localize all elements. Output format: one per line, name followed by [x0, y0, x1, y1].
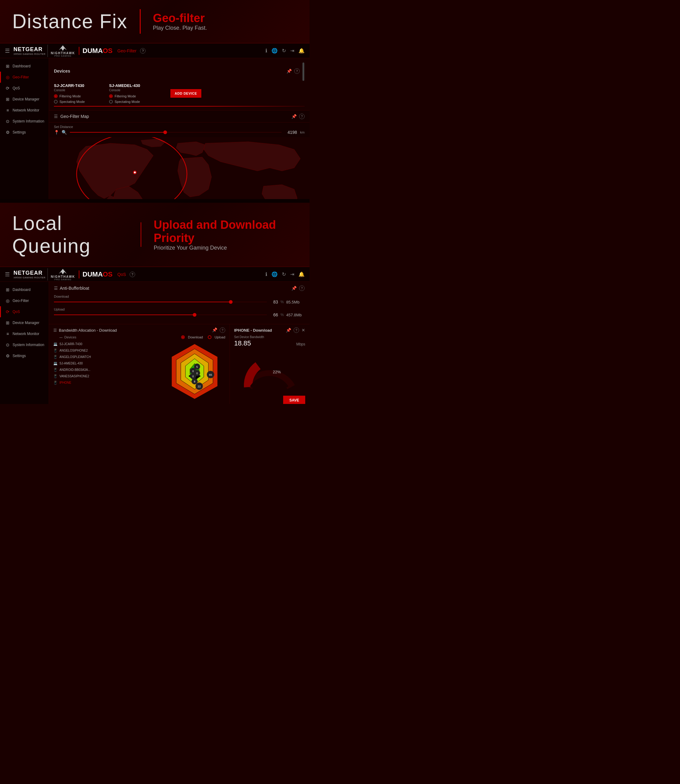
upload-slider[interactable] [54, 314, 267, 315]
ab-title: ☰ Anti-Bufferbloat [54, 286, 89, 291]
globe-icon[interactable]: 🌐 [272, 48, 278, 53]
bandwidth-section: ☰ Bandwidth Allocation - Download 📌 ? — … [49, 324, 230, 404]
iphone-help-icon[interactable]: ? [294, 327, 299, 333]
banner-tagline-2: Prioritize Your Gaming Device [154, 245, 297, 251]
xr500-text: XR500 GAMING ROUTER [14, 53, 46, 55]
device2-spectating-mode[interactable]: Spectating Mode [109, 100, 158, 104]
device1-spectating-mode[interactable]: Spectating Mode [54, 100, 103, 104]
topbar-help-icon-2[interactable]: ? [130, 272, 135, 277]
download-label: Download [54, 295, 305, 298]
devices-actions: 📌 ? [286, 62, 305, 80]
sidebar-item-dashboard[interactable]: ⊞ Dashboard [0, 61, 49, 72]
upload-pct: 66 [269, 313, 278, 317]
world-map [49, 137, 310, 199]
info-icon[interactable]: ℹ [265, 48, 267, 53]
info-icon-2[interactable]: ℹ [265, 271, 267, 277]
sidebar2-item-network-monitor[interactable]: ≡ Network Monitor [0, 328, 49, 339]
zoom-icon[interactable]: 🔍 [61, 130, 67, 135]
app-shell-1: ☰ NETGEAR XR500 GAMING ROUTER NIGHTHAWK … [0, 44, 310, 199]
distance-slider[interactable] [70, 132, 282, 133]
bw-device-4[interactable]: 📱 ANDROID-BB03A3A... [54, 366, 161, 373]
map-section: ☰ Geo-Filter Map 📌 ? Set Distance 📍 🔍 [49, 110, 310, 199]
map-menu-icon[interactable]: ☰ [54, 114, 58, 119]
device-manager-icon-2: ⊞ [5, 321, 10, 325]
world-map-svg [49, 137, 310, 199]
bw-pin-icon[interactable]: 📌 [212, 327, 217, 333]
device2-name: SJ-AMEDEL-430 [109, 83, 158, 88]
dashboard-icon: ⊞ [5, 64, 10, 69]
download-speed: 85.5Mb [286, 300, 305, 305]
bw-device-5[interactable]: 📱 VANESSASIPHONE2 [54, 373, 161, 379]
device1-filtering-mode[interactable]: Filtering Mode [54, 94, 103, 98]
topbar-help-icon[interactable]: ? [140, 48, 146, 53]
iphone-bw-unit: Mbps [296, 342, 305, 346]
map-pin-icon[interactable]: 📌 [291, 114, 297, 119]
devices-help-icon[interactable]: ? [294, 68, 300, 74]
sidebar2-item-geo-filter[interactable]: ◎ Geo-Filter [0, 295, 49, 306]
download-slider[interactable] [54, 302, 267, 302]
ab-help-icon[interactable]: ? [299, 286, 305, 291]
sidebar-system-info-label: System Information [13, 119, 44, 123]
map-help-icon[interactable]: ? [299, 114, 305, 119]
iphone-close-icon[interactable]: ✕ [302, 328, 305, 333]
sidebar-item-network-monitor[interactable]: ≡ Network Monitor [0, 105, 49, 116]
globe-icon-2[interactable]: 🌐 [272, 271, 278, 277]
settings-icon-2: ⚙ [5, 354, 10, 358]
hamburger-menu-2[interactable]: ☰ [5, 271, 10, 278]
iphone-bw-value: 18.85 [234, 339, 251, 347]
sidebar2-qos-label: QoS [13, 310, 20, 314]
hamburger-menu[interactable]: ☰ [5, 47, 10, 54]
devices-toggle-label: — [60, 336, 63, 339]
network-monitor-icon-2: ≡ [5, 332, 10, 336]
bw-device-name-6: IPHONE [60, 381, 71, 384]
distance-value: 4198 [285, 130, 297, 135]
gauge-container: 22% [234, 350, 305, 393]
bw-device-icon-0: 💻 [54, 342, 58, 346]
device2-spectate-label: Spectating Mode [115, 100, 140, 104]
bell-icon[interactable]: 🔔 [299, 48, 305, 53]
upload-radio[interactable] [208, 335, 211, 339]
download-radio[interactable] [181, 335, 185, 339]
settings-icon: ⚙ [5, 130, 10, 135]
sidebar-item-geo-filter[interactable]: ◎ Geo-Filter [0, 72, 49, 83]
location-pin-icon[interactable]: 📍 [54, 130, 59, 135]
bw-device-0[interactable]: 💻 SJ-JCARR-T430 [54, 341, 161, 347]
refresh-icon-2[interactable]: ↻ [282, 271, 286, 277]
sidebar2-item-qos[interactable]: ⟳ QoS [0, 306, 49, 317]
download-thumb [229, 300, 233, 304]
bw-device-name-3: SJ-AMEDEL-430 [60, 362, 83, 365]
svg-text:65: 65 [209, 373, 212, 376]
sidebar-item-settings[interactable]: ⚙ Settings [0, 127, 49, 138]
devices-underline [54, 106, 305, 107]
sidebar2-item-system-info[interactable]: ⊙ System Information [0, 339, 49, 350]
bw-device-6[interactable]: 📱 IPHONE [54, 379, 161, 386]
sidebar-geo-filter-label: Geo-Filter [13, 75, 29, 79]
sidebar2-item-device-manager[interactable]: ⊞ Device Manager [0, 317, 49, 328]
bw-device-3[interactable]: 💻 SJ-AMEDEL-430 [54, 360, 161, 366]
login-icon-2[interactable]: ⇥ [290, 271, 294, 277]
bw-help-icon[interactable]: ? [220, 327, 225, 333]
bell-icon-2[interactable]: 🔔 [299, 271, 305, 277]
sidebar2-item-settings[interactable]: ⚙ Settings [0, 350, 49, 361]
iphone-pin-icon[interactable]: 📌 [286, 328, 291, 333]
device1-spectate-label: Spectating Mode [60, 100, 85, 104]
sidebar-item-device-manager[interactable]: ⊞ Device Manager [0, 94, 49, 105]
device2-filtering-mode[interactable]: Filtering Mode [109, 94, 158, 98]
content-area-1: Devices 📌 ? SJ-JCARR-T430 Console [49, 58, 310, 199]
main-layout-2: ⊞ Dashboard ◎ Geo-Filter ⟳ QoS ⊞ Device … [0, 282, 310, 404]
dumaos-logo-2: DUMAOS [79, 270, 112, 278]
refresh-icon[interactable]: ↻ [282, 48, 286, 53]
banner-tagline-1: Play Close. Play Fast. [153, 25, 207, 31]
svg-text:5: 5 [196, 365, 198, 368]
sidebar-item-qos[interactable]: ⟳ QoS [0, 83, 49, 94]
sidebar-1: ⊞ Dashboard ◎ Geo-Filter ⟳ QoS ⊞ Device … [0, 58, 49, 199]
bw-device-1[interactable]: 📱 ANGELOSIPHONE2 [54, 347, 161, 354]
iphone-save-button[interactable]: SAVE [283, 396, 305, 404]
login-icon[interactable]: ⇥ [290, 48, 294, 53]
ab-pin-icon[interactable]: 📌 [291, 286, 297, 291]
add-device-button[interactable]: ADD DEVICE [170, 89, 201, 98]
bw-device-2[interactable]: 📱 ANGELOSPLEWATCH [54, 354, 161, 360]
sidebar2-item-dashboard[interactable]: ⊞ Dashboard [0, 284, 49, 295]
pin-icon[interactable]: 📌 [286, 69, 292, 74]
sidebar-item-system-info[interactable]: ⊙ System Information [0, 116, 49, 127]
